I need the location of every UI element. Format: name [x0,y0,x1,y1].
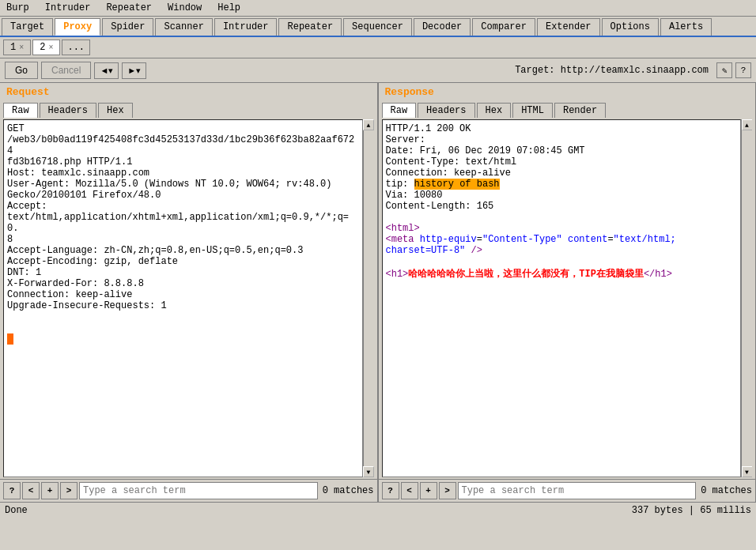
response-tab-render[interactable]: Render [554,103,606,118]
response-scrollbar[interactable]: ▲ ▼ [741,119,752,477]
request-content[interactable]: GET /web3/b0b0ad119f425408fc3d45253137d3… [3,119,363,477]
response-search-next-plus[interactable]: + [420,482,437,499]
response-search-bar: ? < + > 0 matches [379,479,756,502]
go-button[interactable]: Go [5,62,38,79]
request-tab-hex[interactable]: Hex [98,103,133,118]
tab-alerts[interactable]: Alerts [660,18,712,36]
request-search-help[interactable]: ? [3,482,21,499]
tab-spider[interactable]: Spider [102,18,153,36]
proxy-tab-1[interactable]: 1 × [3,40,31,55]
request-search-bar: ? < + > 0 matches [0,479,377,502]
response-tab-html[interactable]: HTML [512,103,553,118]
request-scroll-up[interactable]: ▲ [363,119,374,130]
request-tab-raw[interactable]: Raw [3,103,38,118]
response-search-input[interactable] [458,482,697,499]
proxy-tab-2-label: 2 [40,42,45,53]
proxy-tab-1-close[interactable]: × [19,43,24,52]
response-scroll-up[interactable]: ▲ [742,119,753,130]
menu-bar: Burp Intruder Repeater Window Help [0,0,756,17]
tab-decoder[interactable]: Decoder [414,18,471,36]
help-icon[interactable]: ? [735,62,751,78]
request-scrollbar[interactable]: ▲ ▼ [363,119,374,477]
proxy-tab-bar: 1 × 2 × ... [0,37,756,58]
response-search-fwd[interactable]: > [439,482,456,499]
status-text: Done [5,505,28,516]
main-content: Request Raw Headers Hex GET /web3/b0b0ad… [0,83,756,502]
tab-target[interactable]: Target [2,18,53,36]
response-tab-hex[interactable]: Hex [477,103,512,118]
request-panel: Request Raw Headers Hex GET /web3/b0b0ad… [0,83,379,502]
request-content-wrapper: GET /web3/b0b0ad119f425408fc3d45253137d3… [3,119,374,477]
status-bar: Done 337 bytes | 65 millis [0,502,756,518]
proxy-tab-2[interactable]: 2 × [32,40,60,55]
request-tab-headers[interactable]: Headers [40,103,96,118]
response-content-wrapper: HTTP/1.1 200 OK Server: Date: Fri, 06 De… [382,119,753,477]
response-scroll-down[interactable]: ▼ [742,466,753,477]
response-panel: Response Raw Headers Hex HTML Render HTT… [379,83,757,502]
tab-comparer[interactable]: Comparer [472,18,535,36]
main-tab-bar: Target Proxy Spider Scanner Intruder Rep… [0,17,756,37]
request-search-fwd[interactable]: > [60,482,77,499]
tab-options[interactable]: Options [602,18,659,36]
request-search-matches: 0 matches [323,485,374,496]
request-title: Request [0,83,377,101]
forward-button[interactable]: ►▾ [122,62,146,79]
tab-repeater[interactable]: Repeater [278,18,342,36]
response-search-prev[interactable]: < [401,482,418,499]
tab-proxy[interactable]: Proxy [55,18,100,36]
pencil-icon[interactable]: ✎ [716,62,732,78]
menu-help[interactable]: Help [214,2,244,14]
response-tab-raw[interactable]: Raw [382,103,417,118]
menu-window[interactable]: Window [164,2,205,14]
request-search-input[interactable] [79,482,318,499]
cancel-button[interactable]: Cancel [41,62,91,79]
request-tabs: Raw Headers Hex [0,101,377,118]
tab-sequencer[interactable]: Sequencer [343,18,412,36]
toolbar: Go Cancel ◄▾ ►▾ Target: http://teamxlc.s… [0,58,756,83]
response-tab-headers[interactable]: Headers [418,103,474,118]
back-button[interactable]: ◄▾ [94,62,119,79]
proxy-tab-more[interactable]: ... [62,40,90,55]
tab-intruder[interactable]: Intruder [214,18,278,36]
response-tabs: Raw Headers Hex HTML Render [379,101,756,118]
status-info: 337 bytes | 65 millis [632,505,751,516]
response-search-matches: 0 matches [701,485,752,496]
response-search-help[interactable]: ? [382,482,399,499]
tab-scanner[interactable]: Scanner [155,18,212,36]
request-search-next-plus[interactable]: + [41,482,59,499]
proxy-tab-2-close[interactable]: × [48,43,53,52]
menu-intruder[interactable]: Intruder [42,2,94,14]
menu-repeater[interactable]: Repeater [103,2,155,14]
menu-burp[interactable]: Burp [3,2,32,14]
response-title: Response [379,83,756,101]
request-search-prev[interactable]: < [22,482,40,499]
response-content[interactable]: HTTP/1.1 200 OK Server: Date: Fri, 06 De… [382,119,742,477]
target-label: Target: http://teamxlc.sinaapp.com [515,65,709,76]
request-scroll-down[interactable]: ▼ [363,466,374,477]
tab-extender[interactable]: Extender [537,18,600,36]
proxy-tab-1-label: 1 [10,42,16,53]
